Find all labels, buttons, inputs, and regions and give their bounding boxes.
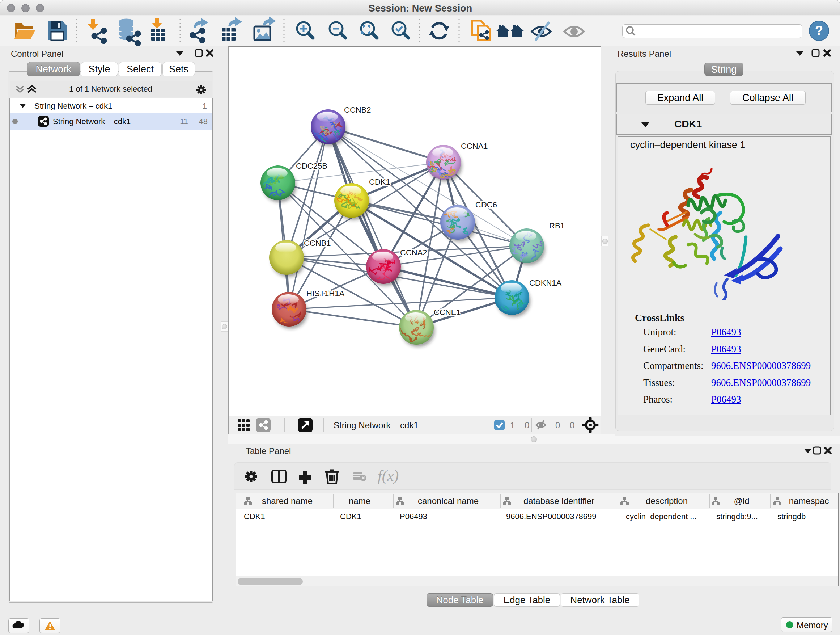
svg-text:shared name: shared name: [262, 496, 313, 506]
svg-text:RB1: RB1: [549, 221, 565, 230]
svg-text:HIST1H1A: HIST1H1A: [306, 289, 344, 298]
svg-text:name: name: [349, 496, 370, 506]
svg-text:canonical name: canonical name: [418, 496, 478, 506]
svg-text:description: description: [646, 496, 688, 506]
svg-text:CCNE1: CCNE1: [434, 308, 461, 317]
svg-text:@id: @id: [734, 496, 749, 506]
svg-text:?: ?: [815, 23, 823, 38]
svg-text:namespac: namespac: [789, 496, 829, 506]
svg-text:CCNA1: CCNA1: [461, 141, 488, 150]
svg-text:CDC25B: CDC25B: [296, 162, 327, 171]
svg-text:0 – 0: 0 – 0: [555, 420, 575, 430]
svg-text:CCNA2: CCNA2: [400, 248, 427, 257]
svg-text:CDC6: CDC6: [475, 200, 497, 209]
svg-text:CCNB2: CCNB2: [344, 105, 371, 114]
svg-text:CDK1: CDK1: [369, 177, 390, 187]
svg-text:CCNB1: CCNB1: [304, 239, 331, 248]
svg-text:database identifier: database identifier: [523, 496, 594, 506]
svg-text:1 – 0: 1 – 0: [510, 420, 529, 430]
svg-text:f(x): f(x): [378, 469, 399, 485]
svg-text:String Network – cdk1: String Network – cdk1: [333, 420, 418, 430]
svg-text:CDKN1A: CDKN1A: [529, 279, 562, 287]
